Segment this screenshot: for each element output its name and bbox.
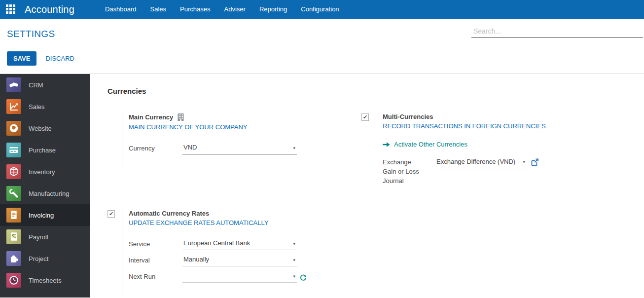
setting-title: Main Currency <box>129 113 361 121</box>
checkmark-icon: ✔ <box>363 114 367 120</box>
wrench-icon <box>6 186 21 201</box>
nav-menu: Dashboard Sales Purchases Adviser Report… <box>98 0 346 19</box>
sidebar-item-label: Invoicing <box>29 212 54 219</box>
arrow-right-icon <box>383 142 390 148</box>
next-run-select[interactable]: ▾ <box>182 271 297 283</box>
nav-item-purchases[interactable]: Purchases <box>173 0 217 19</box>
next-run-field-label: Next Run <box>129 273 182 283</box>
sidebar-item-payroll[interactable]: $ Payroll <box>0 226 90 248</box>
chevron-down-icon: ▾ <box>523 159 525 164</box>
sidebar-item-label: CRM <box>29 81 43 89</box>
sidebar-item-label: Timesheets <box>29 277 62 284</box>
chevron-down-icon: ▾ <box>293 258 295 262</box>
page-header: SETTINGS SAVE DISCARD <box>0 19 644 74</box>
setting-subtitle: UPDATE EXCHANGE RATES AUTOMATICALLY <box>129 219 361 226</box>
clock-icon <box>6 273 21 288</box>
section-title: Currencies <box>107 87 644 95</box>
setting-subtitle: MAIN CURRENCY OF YOUR COMPANY <box>129 123 361 131</box>
top-navbar: Accounting Dashboard Sales Purchases Adv… <box>0 0 644 19</box>
box-icon <box>6 164 21 179</box>
setting-multi-currencies: ✔ Multi-Currencies RECORD TRANSACTIONS I… <box>361 113 644 193</box>
nav-item-reporting[interactable]: Reporting <box>252 0 294 19</box>
save-button[interactable]: SAVE <box>7 51 36 66</box>
credit-card-icon <box>6 143 21 157</box>
interval-field-label: Interval <box>129 257 182 266</box>
settings-content: Currencies Main Currency <box>90 74 644 298</box>
search-box <box>471 26 643 38</box>
currency-field-label: Currency <box>129 145 182 154</box>
sidebar-item-project[interactable]: Project <box>0 248 90 269</box>
payroll-document-icon: $ <box>6 229 21 244</box>
service-select[interactable]: European Central Bank ▾ <box>182 238 297 250</box>
sidebar-item-crm[interactable]: CRM <box>0 74 90 96</box>
setting-automatic-currency-rates: ✔ Automatic Currency Rates UPDATE EXCHAN… <box>107 210 361 294</box>
external-link-icon[interactable] <box>531 158 538 166</box>
setting-title: Automatic Currency Rates <box>129 210 361 217</box>
sidebar-item-website[interactable]: Website <box>0 117 90 139</box>
multi-currencies-checkbox[interactable]: ✔ <box>361 113 369 121</box>
sidebar-item-label: Purchase <box>29 147 56 154</box>
main-layout: CRM Sales Website <box>0 74 644 298</box>
service-field-label: Service <box>129 240 182 250</box>
page-title: SETTINGS <box>7 29 55 39</box>
sidebar-item-invoicing[interactable]: Invoicing <box>0 204 90 226</box>
svg-text:$: $ <box>11 233 14 238</box>
sales-chart-icon <box>6 99 21 114</box>
checkmark-icon: ✔ <box>109 211 113 217</box>
exchange-journal-label: Exchange Gain or Loss Journal <box>383 158 425 186</box>
sidebar-item-label: Website <box>29 125 52 132</box>
sidebar-item-label: Sales <box>29 103 45 111</box>
apps-grid-icon[interactable] <box>6 4 16 15</box>
sidebar-item-manufacturing[interactable]: Manufacturing <box>0 183 90 204</box>
apps-sidebar: CRM Sales Website <box>0 74 90 298</box>
chevron-down-icon: ▾ <box>293 241 295 246</box>
nav-item-configuration[interactable]: Configuration <box>294 0 346 19</box>
chevron-down-icon: ▾ <box>293 274 295 279</box>
globe-icon <box>6 121 21 136</box>
nav-item-adviser[interactable]: Adviser <box>217 0 252 19</box>
sidebar-item-label: Project <box>29 255 48 262</box>
currency-select[interactable]: VND ▾ <box>182 143 297 154</box>
sidebar-item-sales[interactable]: Sales <box>0 96 90 117</box>
sidebar-item-timesheets[interactable]: Timesheets <box>0 269 90 291</box>
exchange-journal-select[interactable]: Exchange Difference (VND) ▾ <box>435 158 527 170</box>
discard-button[interactable]: DISCARD <box>45 55 74 62</box>
sidebar-item-label: Manufacturing <box>29 190 69 197</box>
company-building-icon <box>177 113 184 121</box>
nav-item-dashboard[interactable]: Dashboard <box>98 0 143 19</box>
sidebar-item-purchase[interactable]: Purchase <box>0 139 90 161</box>
sidebar-item-inventory[interactable]: Inventory <box>0 161 90 183</box>
sidebar-item-label: Inventory <box>29 168 55 176</box>
sidebar-item-label: Payroll <box>29 233 48 241</box>
auto-rates-checkbox[interactable]: ✔ <box>107 210 115 218</box>
checkbox-spacer <box>107 113 122 166</box>
search-input[interactable] <box>471 26 643 38</box>
puzzle-icon <box>6 251 21 266</box>
header-buttons: SAVE DISCARD <box>7 51 74 66</box>
setting-title: Multi-Currencies <box>383 113 644 120</box>
setting-main-currency: Main Currency MAIN CURRENCY OF YOUR CO <box>107 113 361 166</box>
interval-select[interactable]: Manually ▾ <box>182 255 297 266</box>
refresh-icon[interactable] <box>300 274 307 283</box>
chevron-down-icon: ▾ <box>293 146 295 150</box>
handshake-icon <box>6 77 21 92</box>
app-title: Accounting <box>25 4 74 15</box>
setting-subtitle: RECORD TRANSACTIONS IN FOREIGN CURRENCIE… <box>383 122 644 130</box>
invoice-document-icon <box>6 208 21 223</box>
nav-item-sales[interactable]: Sales <box>143 0 174 19</box>
activate-other-currencies-link[interactable]: Activate Other Currencies <box>383 141 644 148</box>
